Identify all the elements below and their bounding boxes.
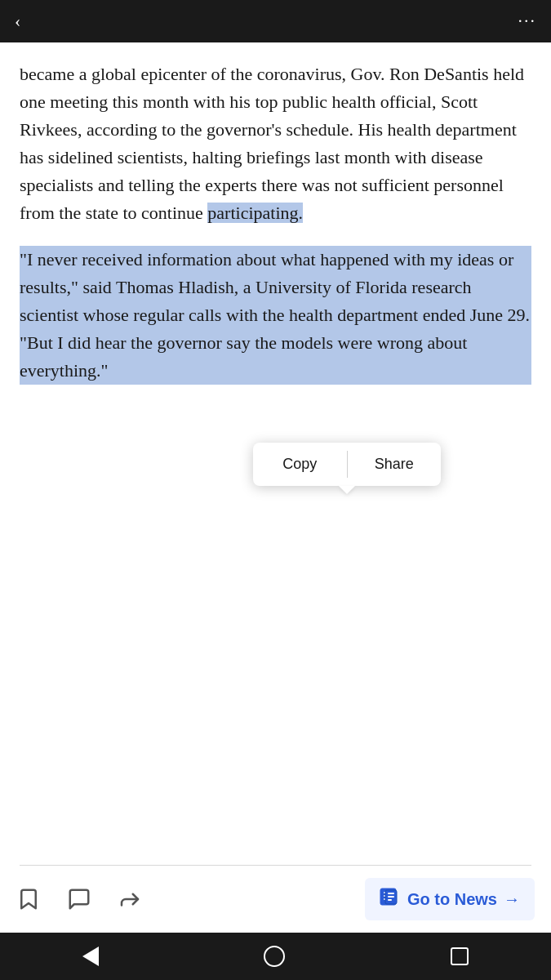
more-options-button[interactable]: ··· (518, 11, 537, 32)
share-button[interactable]: Share (348, 443, 442, 486)
bookmark-button[interactable] (16, 887, 41, 911)
context-menu: Copy Share (253, 443, 441, 486)
article-paragraph-2: "I never received information about what… (20, 246, 531, 385)
go-to-news-arrow-icon: → (504, 890, 520, 909)
android-recents-button[interactable] (451, 947, 469, 965)
bottom-icons-group (16, 887, 142, 911)
article-text: became a global epicenter of the coronav… (20, 60, 531, 385)
news-icon (380, 888, 401, 911)
android-back-button[interactable] (82, 947, 99, 966)
article-text-selected: participating. (207, 203, 303, 223)
back-button[interactable]: ‹ (15, 12, 20, 30)
comment-icon (67, 887, 91, 911)
share-icon (118, 887, 142, 911)
go-to-news-button[interactable]: Go to News → (365, 878, 535, 920)
android-back-icon (82, 947, 99, 966)
share-bottom-button[interactable] (118, 887, 142, 911)
android-home-button[interactable] (264, 946, 285, 967)
comment-button[interactable] (67, 887, 91, 911)
android-recents-icon (451, 947, 469, 965)
svg-rect-5 (388, 893, 394, 894)
bookmark-icon (16, 887, 41, 911)
bottom-action-bar: Go to News → (0, 866, 551, 933)
android-nav-bar (0, 933, 551, 980)
news-page-icon (380, 888, 401, 906)
copy-button[interactable]: Copy (253, 443, 347, 486)
article-paragraph-1: became a global epicenter of the coronav… (20, 60, 531, 228)
top-bar: ‹ ··· (0, 0, 551, 42)
article-content: became a global epicenter of the coronav… (0, 42, 551, 865)
svg-rect-6 (388, 896, 394, 898)
article-text-normal: became a global epicenter of the coronav… (20, 64, 524, 223)
go-to-news-label: Go to News (407, 890, 497, 909)
svg-rect-7 (388, 899, 392, 901)
android-home-icon (264, 946, 285, 967)
